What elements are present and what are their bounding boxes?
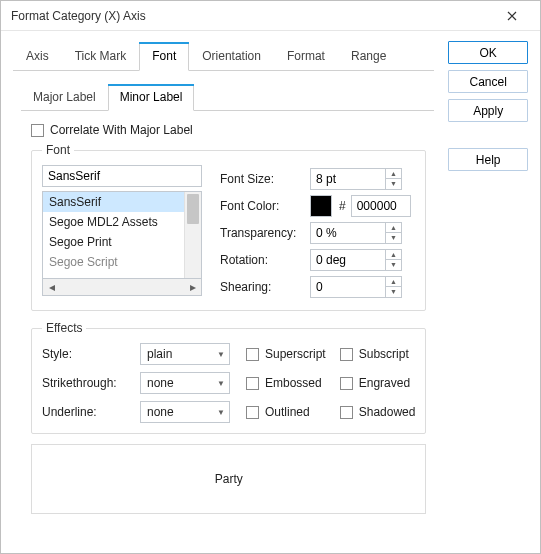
font-option[interactable]: Segoe Print bbox=[43, 232, 184, 252]
spin-down-icon[interactable]: ▼ bbox=[386, 233, 401, 243]
correlate-row: Correlate With Major Label bbox=[31, 123, 426, 137]
main-tabs: Axis Tick Mark Font Orientation Format R… bbox=[13, 41, 434, 71]
effects-fieldset: Effects Style: plain▼ Superscript Subscr… bbox=[31, 321, 426, 434]
tab-tick-mark[interactable]: Tick Mark bbox=[62, 42, 140, 71]
subtab-major-label[interactable]: Major Label bbox=[21, 84, 108, 111]
embossed-label: Embossed bbox=[265, 376, 322, 390]
horizontal-scrollbar[interactable]: ◂ ▸ bbox=[42, 279, 202, 296]
superscript-label: Superscript bbox=[265, 347, 326, 361]
preview-text: Party bbox=[215, 472, 243, 486]
vertical-scrollbar[interactable] bbox=[184, 192, 201, 278]
font-option[interactable]: Segoe MDL2 Assets bbox=[43, 212, 184, 232]
tab-format[interactable]: Format bbox=[274, 42, 338, 71]
spin-down-icon[interactable]: ▼ bbox=[386, 179, 401, 189]
spin-up-icon[interactable]: ▲ bbox=[386, 169, 401, 180]
strikethrough-label: Strikethrough: bbox=[42, 376, 126, 390]
font-option[interactable]: SansSerif bbox=[43, 192, 184, 212]
spin-up-icon[interactable]: ▲ bbox=[386, 223, 401, 234]
apply-button[interactable]: Apply bbox=[448, 99, 528, 122]
engraved-checkbox[interactable] bbox=[340, 377, 353, 390]
effects-legend: Effects bbox=[42, 321, 86, 335]
subtab-minor-label[interactable]: Minor Label bbox=[108, 84, 195, 111]
underline-label: Underline: bbox=[42, 405, 126, 419]
chevron-down-icon: ▼ bbox=[217, 350, 225, 359]
spin-up-icon[interactable]: ▲ bbox=[386, 277, 401, 288]
outlined-label: Outlined bbox=[265, 405, 310, 419]
window-title: Format Category (X) Axis bbox=[11, 9, 492, 23]
tab-font[interactable]: Font bbox=[139, 42, 189, 71]
font-color-hex-input[interactable] bbox=[351, 195, 411, 217]
superscript-checkbox[interactable] bbox=[246, 348, 259, 361]
rotation-spinner[interactable]: ▲▼ bbox=[310, 249, 402, 271]
font-fieldset: Font SansSerif Segoe MDL2 Assets Segoe P… bbox=[31, 143, 426, 311]
font-size-input[interactable] bbox=[311, 169, 385, 189]
transparency-input[interactable] bbox=[311, 223, 385, 243]
font-size-label: Font Size: bbox=[220, 172, 310, 186]
preview-box: Party bbox=[31, 444, 426, 514]
shearing-spinner[interactable]: ▲▼ bbox=[310, 276, 402, 298]
hash-label: # bbox=[339, 199, 346, 213]
spin-up-icon[interactable]: ▲ bbox=[386, 250, 401, 261]
font-listbox[interactable]: SansSerif Segoe MDL2 Assets Segoe Print … bbox=[42, 191, 202, 279]
close-button[interactable] bbox=[492, 2, 532, 30]
outlined-checkbox[interactable] bbox=[246, 406, 259, 419]
underline-select[interactable]: none▼ bbox=[140, 401, 230, 423]
ok-button[interactable]: OK bbox=[448, 41, 528, 64]
tab-orientation[interactable]: Orientation bbox=[189, 42, 274, 71]
style-label: Style: bbox=[42, 347, 126, 361]
dialog-buttons: OK Cancel Apply Help bbox=[448, 41, 528, 541]
transparency-spinner[interactable]: ▲▼ bbox=[310, 222, 402, 244]
font-size-spinner[interactable]: ▲▼ bbox=[310, 168, 402, 190]
rotation-input[interactable] bbox=[311, 250, 385, 270]
scroll-left-icon[interactable]: ◂ bbox=[43, 279, 60, 296]
chevron-down-icon: ▼ bbox=[217, 408, 225, 417]
strikethrough-select[interactable]: none▼ bbox=[140, 372, 230, 394]
embossed-checkbox[interactable] bbox=[246, 377, 259, 390]
engraved-label: Engraved bbox=[359, 376, 410, 390]
transparency-label: Transparency: bbox=[220, 226, 310, 240]
font-name-input[interactable] bbox=[42, 165, 202, 187]
spin-down-icon[interactable]: ▼ bbox=[386, 287, 401, 297]
tab-axis[interactable]: Axis bbox=[13, 42, 62, 71]
correlate-label: Correlate With Major Label bbox=[50, 123, 193, 137]
dialog-window: Format Category (X) Axis Axis Tick Mark … bbox=[0, 0, 541, 554]
spin-down-icon[interactable]: ▼ bbox=[386, 260, 401, 270]
font-color-label: Font Color: bbox=[220, 199, 310, 213]
shadowed-checkbox[interactable] bbox=[340, 406, 353, 419]
style-select[interactable]: plain▼ bbox=[140, 343, 230, 365]
subscript-label: Subscript bbox=[359, 347, 409, 361]
correlate-checkbox[interactable] bbox=[31, 124, 44, 137]
shearing-label: Shearing: bbox=[220, 280, 310, 294]
font-color-swatch[interactable] bbox=[310, 195, 332, 217]
help-button[interactable]: Help bbox=[448, 148, 528, 171]
close-icon bbox=[507, 11, 517, 21]
shadowed-label: Shadowed bbox=[359, 405, 416, 419]
shearing-input[interactable] bbox=[311, 277, 385, 297]
rotation-label: Rotation: bbox=[220, 253, 310, 267]
scroll-right-icon[interactable]: ▸ bbox=[184, 279, 201, 296]
cancel-button[interactable]: Cancel bbox=[448, 70, 528, 93]
subscript-checkbox[interactable] bbox=[340, 348, 353, 361]
tab-range[interactable]: Range bbox=[338, 42, 399, 71]
titlebar: Format Category (X) Axis bbox=[1, 1, 540, 31]
chevron-down-icon: ▼ bbox=[217, 379, 225, 388]
font-legend: Font bbox=[42, 143, 74, 157]
scroll-thumb[interactable] bbox=[187, 194, 199, 224]
font-option[interactable]: Segoe Script bbox=[43, 252, 184, 272]
sub-tabs: Major Label Minor Label bbox=[21, 83, 434, 111]
